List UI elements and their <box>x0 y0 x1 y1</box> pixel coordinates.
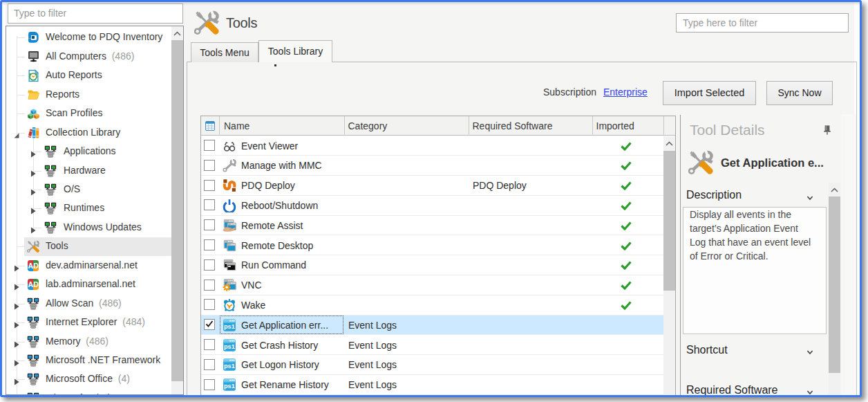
svg-text:ps1: ps1 <box>224 383 235 390</box>
svg-text:ps1: ps1 <box>224 343 235 350</box>
svg-text:AD: AD <box>28 262 39 270</box>
svg-text:ps1: ps1 <box>224 323 235 330</box>
svg-text:ps1: ps1 <box>224 363 235 370</box>
svg-text:AD: AD <box>28 280 39 289</box>
